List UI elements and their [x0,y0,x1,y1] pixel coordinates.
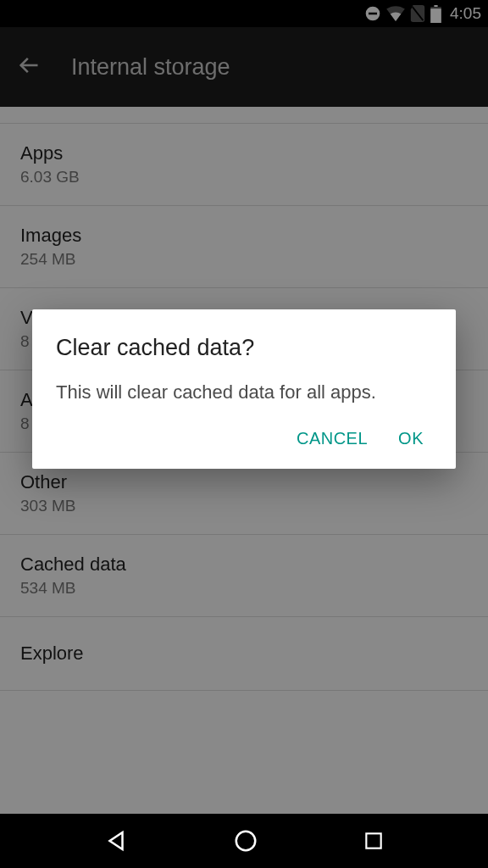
navigation-bar [0,814,488,868]
dialog-actions: CANCEL OK [56,429,432,455]
ok-button[interactable]: OK [398,429,424,448]
svg-rect-8 [367,833,381,848]
nav-home-icon[interactable] [233,828,258,854]
dialog-title: Clear cached data? [56,335,432,361]
cancel-button[interactable]: CANCEL [297,429,368,448]
clear-cache-dialog: Clear cached data? This will clear cache… [32,309,456,469]
nav-back-icon[interactable] [103,828,129,854]
nav-recent-icon[interactable] [363,830,385,852]
dialog-body: This will clear cached data for all apps… [56,380,432,405]
modal-scrim[interactable]: Clear cached data? This will clear cache… [0,0,488,868]
svg-point-7 [236,832,256,851]
